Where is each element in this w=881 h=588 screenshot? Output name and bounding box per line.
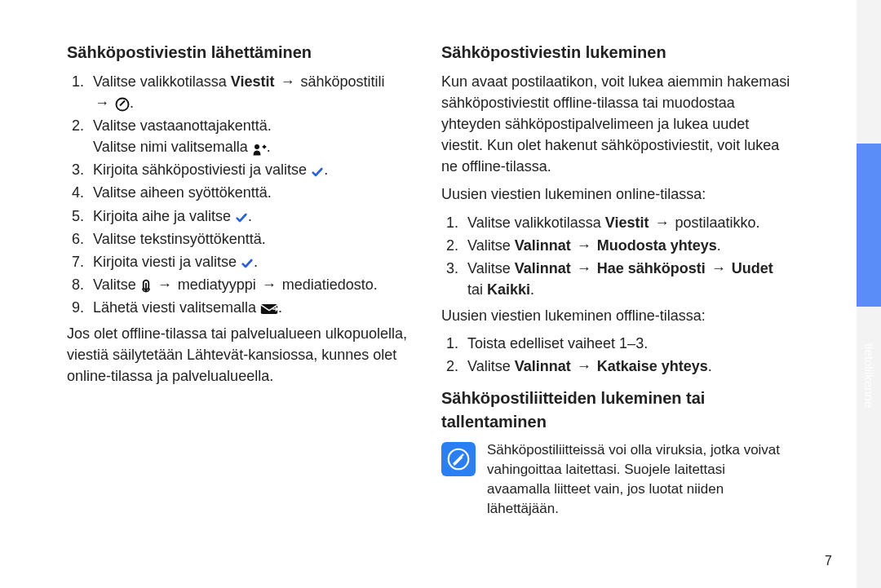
confirm-icon	[311, 164, 324, 179]
compose-icon	[115, 96, 130, 112]
left-column: Sähköpostiviestin lähettäminen Valitse v…	[67, 41, 417, 518]
note-text: Sähköpostiliitteissä voi olla viruksia, …	[487, 440, 791, 518]
heading-read-email: Sähköpostiviestin lukeminen	[441, 41, 791, 64]
send-mail-icon	[260, 301, 278, 316]
heading-attachments: Sähköpostiliitteiden lukeminen tai talle…	[441, 387, 791, 434]
svg-point-0	[117, 98, 129, 110]
online-steps-list: Valitse valikkotilassa Viestit → postila…	[441, 212, 791, 300]
right-column: Sähköpostiviestin lukeminen Kun avaat po…	[441, 41, 791, 518]
manual-page: Sähköpostiviestin lähettäminen Valitse v…	[0, 0, 881, 588]
offline-lead: Uusien viestien lukeminen offline-tilass…	[441, 305, 791, 326]
note-pencil-icon	[441, 442, 476, 476]
list-item: Valitse valikkotilassa Viestit → sähköpo…	[88, 71, 417, 113]
online-lead: Uusien viestien lukeminen online-tilassa…	[441, 183, 791, 205]
active-section-tab: tietoliikenne	[857, 144, 881, 307]
send-steps-list: Valitse valikkotilassa Viestit → sähköpo…	[67, 71, 417, 318]
list-item: Valitse vastaanottajakenttä. Valitse nim…	[88, 115, 417, 157]
list-item: Valitse aiheen syöttökenttä.	[88, 182, 417, 203]
attach-icon	[140, 277, 152, 293]
list-item: Valitse → mediatyyppi → mediatiedosto.	[88, 274, 417, 295]
list-item: Valitse Valinnat → Hae sähköposti → Uude…	[463, 258, 791, 300]
warning-note: Sähköpostiliitteissä voi olla viruksia, …	[441, 440, 791, 518]
read-intro: Kun avaat postilaatikon, voit lukea aiem…	[441, 71, 791, 177]
add-contact-icon	[252, 140, 267, 155]
confirm-icon	[235, 210, 248, 224]
list-item: Lähetä viesti valitsemalla .	[88, 297, 417, 318]
list-item: Toista edelliset vaiheet 1–3.	[463, 333, 791, 354]
svg-point-1	[255, 144, 259, 149]
heading-send-email: Sähköpostiviestin lähettäminen	[67, 41, 417, 64]
list-item: Kirjoita aihe ja valitse .	[88, 206, 417, 227]
offline-note: Jos olet offline-tilassa tai palvelualue…	[67, 323, 417, 387]
section-label: tietoliikenne	[862, 343, 876, 408]
two-column-layout: Sähköpostiviestin lähettäminen Valitse v…	[0, 0, 840, 534]
list-item: Valitse Valinnat → Muodosta yhteys.	[463, 235, 791, 256]
offline-steps-list: Toista edelliset vaiheet 1–3. Valitse Va…	[441, 333, 791, 377]
page-number: 7	[825, 554, 832, 568]
section-tabs: tietoliikenne	[857, 0, 881, 588]
list-item: Kirjoita viesti ja valitse .	[88, 251, 417, 272]
list-item: Valitse tekstinsyöttökenttä.	[88, 228, 417, 250]
list-item: Kirjoita sähköpostiviesti ja valitse .	[88, 159, 417, 180]
confirm-icon	[241, 255, 254, 270]
list-item: Valitse Valinnat → Katkaise yhteys.	[463, 356, 791, 377]
list-item: Valitse valikkotilassa Viestit → postila…	[463, 212, 791, 233]
